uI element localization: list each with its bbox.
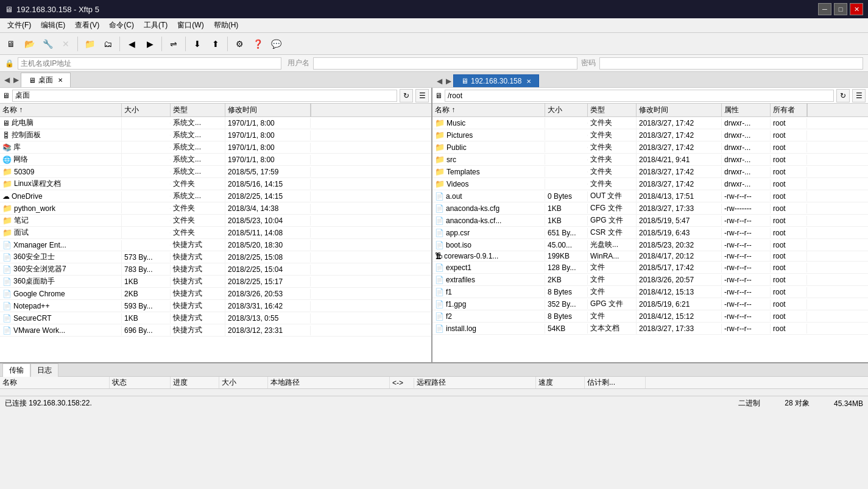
local-file-row[interactable]: 📄 Google Chrome 2KB 快捷方式 2018/3/26, 20:5… (0, 288, 431, 300)
file-icon: 📄 (2, 253, 12, 262)
transfer-tab-transfer[interactable]: 传输 (2, 363, 30, 377)
local-folder-button[interactable]: 📁 (81, 35, 98, 52)
local-tab-close[interactable]: ✕ (58, 77, 63, 84)
menu-edit[interactable]: 编辑(E) (36, 19, 70, 32)
remote-file-row[interactable]: 📄 f1 8 Bytes 文件 2018/4/12, 15:13 -rw-r--… (432, 286, 868, 298)
upload-button[interactable]: ⬆ (207, 35, 224, 52)
remote-col-name[interactable]: 名称 ↑ (432, 104, 545, 116)
remote-col-size[interactable]: 大小 (545, 104, 588, 116)
local-file-row[interactable]: 📄 Notepad++ 593 By... 快捷方式 2018/3/31, 16… (0, 300, 431, 312)
local-file-row[interactable]: 📁 50309 系统文... 2018/5/5, 17:59 (0, 166, 431, 178)
menu-tools[interactable]: 工具(T) (139, 19, 172, 32)
local-file-row[interactable]: 📄 360桌面助手 1KB 快捷方式 2018/2/25, 15:17 (0, 276, 431, 288)
remote-col-perm[interactable]: 属性 (722, 104, 771, 116)
maximize-button[interactable]: □ (834, 3, 847, 15)
menu-file[interactable]: 文件(F) (2, 19, 36, 32)
remote-file-row[interactable]: 📄 a.out 0 Bytes OUT 文件 2018/4/13, 17:51 … (432, 190, 868, 202)
new-session-button[interactable]: 🖥 (2, 35, 19, 52)
remote-file-name: 📄 anaconda-ks.cfg (432, 204, 545, 213)
menu-window[interactable]: 窗口(W) (172, 19, 208, 32)
minimize-button[interactable]: ─ (818, 3, 831, 15)
password-input[interactable] (599, 57, 863, 70)
local-col-date[interactable]: 修改时间 (225, 104, 311, 116)
local-file-row[interactable]: ☁ OneDrive 系统文... 2018/2/25, 14:15 (0, 190, 431, 202)
remote-file-row[interactable]: 📄 anaconda-ks.cf... 1KB GPG 文件 2018/5/19… (432, 215, 868, 227)
remote-tab-prev[interactable]: ◀ (435, 76, 444, 86)
remote-file-row[interactable]: 📄 f1.gpg 352 By... GPG 文件 2018/5/19, 6:2… (432, 298, 868, 310)
remote-col-date[interactable]: 修改时间 (637, 104, 722, 116)
remote-tab-close[interactable]: ✕ (526, 78, 531, 85)
remote-file-row[interactable]: 📄 anaconda-ks.cfg 1KB CFG 文件 2018/3/27, … (432, 202, 868, 215)
local-file-row[interactable]: 📄 SecureCRT 1KB 快捷方式 2018/3/13, 0:55 (0, 312, 431, 324)
feedback-button[interactable]: 💬 (267, 35, 284, 52)
username-input[interactable] (313, 57, 577, 70)
local-file-list[interactable]: 名称 ↑ 大小 类型 修改时间 🖥 此电脑 系统文... 1970/1/1, 8… (0, 104, 431, 362)
remote-file-size: 128 By... (545, 263, 588, 273)
remote-file-list[interactable]: 名称 ↑ 大小 类型 修改时间 属性 所有者 📁 Music 文件夹 2018/… (432, 104, 868, 362)
local-file-row[interactable]: 📁 python_work 文件夹 2018/3/4, 14:38 (0, 202, 431, 215)
disconnect-button[interactable]: ✕ (57, 35, 74, 52)
local-view-button[interactable]: ☰ (415, 89, 429, 102)
remote-path-input[interactable] (445, 90, 834, 102)
transfer-button[interactable]: ⇌ (165, 35, 182, 52)
remote-file-row[interactable]: 🗜 corewars-0.9.1... 199KB WinRA... 2018/… (432, 251, 868, 262)
remote-file-row[interactable]: 📁 src 文件夹 2018/4/21, 9:41 drwxr-... root (432, 154, 868, 166)
transfer-tab-log[interactable]: 日志 (30, 363, 58, 377)
local-col-type[interactable]: 类型 (171, 104, 225, 116)
remote-view-button[interactable]: ☰ (852, 89, 866, 102)
remote-file-row[interactable]: 📁 Videos 文件夹 2018/3/27, 17:42 drwxr-... … (432, 178, 868, 190)
file-icon: 🖥 (2, 119, 10, 127)
local-file-row[interactable]: 📚 库 系统文... 1970/1/1, 8:00 (0, 141, 431, 154)
remote-file-row[interactable]: 📄 boot.iso 45.00... 光盘映... 2018/5/23, 20… (432, 239, 868, 251)
properties-button[interactable]: 🔧 (39, 35, 56, 52)
menu-view[interactable]: 查看(V) (70, 19, 104, 32)
menu-help[interactable]: 帮助(H) (209, 19, 244, 32)
local-file-date: 1970/1/1, 8:00 (225, 155, 311, 165)
remote-file-row[interactable]: 📁 Templates 文件夹 2018/3/27, 17:42 drwxr-.… (432, 166, 868, 178)
remote-tab-server[interactable]: 🖥 192.168.30.158 ✕ (453, 74, 539, 87)
menu-command[interactable]: 命令(C) (104, 19, 139, 32)
local-col-size[interactable]: 大小 (122, 104, 171, 116)
local-col-name[interactable]: 名称 ↑ (0, 104, 122, 116)
remote-file-row[interactable]: 📄 expect1 128 By... 文件 2018/5/17, 17:42 … (432, 262, 868, 274)
local-file-row[interactable]: 📄 360安全浏览器7 783 By... 快捷方式 2018/2/25, 15… (0, 263, 431, 276)
local-file-type: 快捷方式 (171, 312, 225, 324)
remote-col-owner[interactable]: 所有者 (771, 104, 807, 116)
help-button[interactable]: ❓ (249, 35, 266, 52)
remote-file-row[interactable]: 📄 extrafiles 2KB 文件 2018/3/26, 20:57 -rw… (432, 274, 868, 286)
local-file-row[interactable]: 🎛 控制面板 系统文... 1970/1/1, 8:00 (0, 129, 431, 141)
local-tab-prev[interactable]: ◀ (2, 75, 12, 85)
local-tab-desktop[interactable]: 🖥 桌面 ✕ (21, 73, 71, 87)
remote-file-row[interactable]: 📁 Pictures 文件夹 2018/3/27, 17:42 drwxr-..… (432, 129, 868, 141)
remote-file-row[interactable]: 📄 app.csr 651 By... CSR 文件 2018/5/19, 6:… (432, 227, 868, 239)
remote-file-row[interactable]: 📁 Public 文件夹 2018/3/27, 17:42 drwxr-... … (432, 141, 868, 154)
local-file-row[interactable]: 📄 VMware Work... 696 By... 快捷方式 2018/3/1… (0, 324, 431, 337)
host-input[interactable] (18, 57, 281, 70)
settings-button[interactable]: ⚙ (231, 35, 248, 52)
local-file-row[interactable]: 📁 Linux课程文档 文件夹 2018/5/16, 14:15 (0, 178, 431, 190)
remote-tab-next[interactable]: ▶ (444, 76, 453, 86)
forward-button[interactable]: ▶ (141, 35, 158, 52)
local-refresh-button[interactable]: ↻ (400, 89, 413, 102)
open-button[interactable]: 📂 (21, 35, 38, 52)
remote-file-row[interactable]: 📄 f2 8 Bytes 文件 2018/4/12, 15:12 -rw-r--… (432, 310, 868, 323)
close-button[interactable]: ✕ (850, 3, 863, 15)
local-file-row[interactable]: 📁 面试 文件夹 2018/5/11, 14:08 (0, 227, 431, 239)
remote-file-row[interactable]: 📄 install.log 54KB 文本文档 2018/3/27, 17:33… (432, 323, 868, 335)
remote-col-type[interactable]: 类型 (588, 104, 637, 116)
remote-file-perm: -rw-r--r-- (722, 299, 771, 309)
remote-refresh-button[interactable]: ↻ (836, 89, 850, 102)
local-file-row[interactable]: 🌐 网络 系统文... 1970/1/1, 8:00 (0, 154, 431, 166)
local-file-name: 📁 笔记 (0, 215, 122, 226)
local-file-size (122, 171, 171, 173)
local-file-row[interactable]: 📄 360安全卫士 573 By... 快捷方式 2018/2/25, 15:0… (0, 251, 431, 263)
local-file-row[interactable]: 📁 笔记 文件夹 2018/5/23, 10:04 (0, 215, 431, 227)
local-file-row[interactable]: 🖥 此电脑 系统文... 1970/1/1, 8:00 (0, 117, 431, 129)
remote-file-row[interactable]: 📁 Music 文件夹 2018/3/27, 17:42 drwxr-... r… (432, 117, 868, 129)
local-path-input[interactable] (12, 90, 397, 102)
back-button[interactable]: ◀ (123, 35, 140, 52)
download-button[interactable]: ⬇ (189, 35, 206, 52)
remote-folder-button[interactable]: 🗂 (99, 35, 116, 52)
local-tab-next[interactable]: ▶ (12, 75, 21, 85)
local-file-row[interactable]: 📄 Xmanager Ent... 快捷方式 2018/5/20, 18:30 (0, 239, 431, 251)
